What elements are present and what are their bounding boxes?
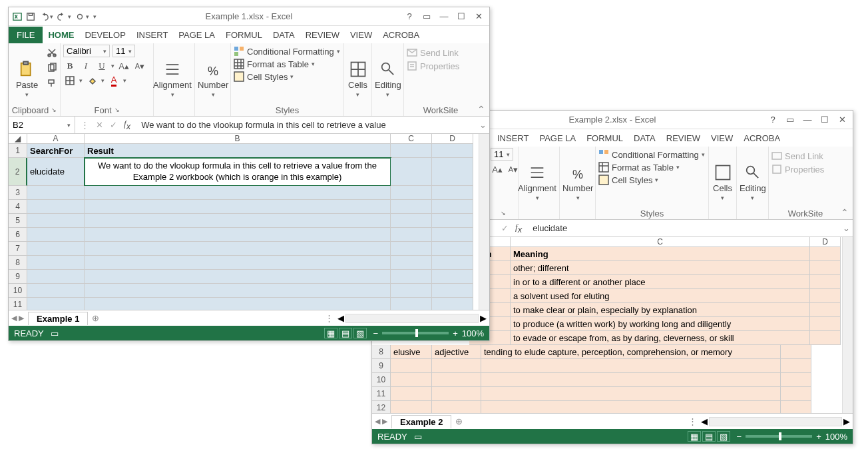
cell[interactable]: to make clear or plain, especially by ex… (511, 303, 810, 317)
zoom-in-icon[interactable]: + (453, 328, 458, 338)
cell[interactable] (27, 200, 85, 214)
cell[interactable] (781, 345, 811, 359)
cell[interactable] (432, 373, 481, 387)
cell[interactable] (27, 242, 85, 256)
cell[interactable] (85, 200, 391, 214)
vertical-scrollbar[interactable] (479, 134, 489, 310)
add-sheet-icon[interactable]: ⊕ (92, 313, 99, 323)
tab-review[interactable]: REVIEW (661, 130, 706, 147)
close-icon[interactable]: ✕ (837, 115, 847, 125)
decrease-font-icon[interactable]: A▾ (507, 163, 520, 175)
cell[interactable] (85, 186, 391, 200)
row-header[interactable]: 12 (372, 401, 391, 413)
zoom-slider[interactable] (382, 332, 449, 334)
cell[interactable] (391, 401, 432, 413)
maximize-icon[interactable]: ☐ (819, 115, 830, 125)
tab-acrobat[interactable]: ACROBA (377, 27, 425, 43)
font-size-select[interactable]: 11▾ (112, 45, 135, 57)
name-box[interactable]: B2▾ (9, 117, 75, 133)
col-header[interactable]: D (810, 237, 841, 247)
cells-button[interactable]: Cells▾ (712, 148, 734, 201)
expand-formula-icon[interactable]: ⌄ (476, 120, 489, 130)
cell[interactable] (391, 228, 432, 242)
collapse-ribbon-icon[interactable]: ⌃ (841, 207, 849, 218)
enter-icon[interactable]: ✓ (110, 120, 117, 130)
tab-insert[interactable]: INSERT (492, 130, 534, 147)
zoom-out-icon[interactable]: − (373, 328, 379, 338)
zoom-control[interactable]: − + 100% (373, 328, 484, 338)
tab-file[interactable]: FILE (9, 27, 43, 43)
copy-icon[interactable] (47, 63, 57, 75)
format-as-table-button[interactable]: Format as Table ▾ (234, 59, 340, 69)
cell[interactable] (391, 200, 432, 214)
page-layout-view-icon[interactable]: ▤ (702, 431, 716, 442)
enter-icon[interactable]: ✓ (501, 223, 509, 233)
cell[interactable] (432, 144, 473, 158)
minimize-icon[interactable]: — (439, 11, 449, 21)
cell[interactable] (391, 158, 432, 186)
cell[interactable] (781, 401, 811, 413)
macro-record-icon[interactable]: ▭ (51, 328, 59, 338)
number-button[interactable]: %Number▾ (198, 45, 228, 98)
cell[interactable] (391, 284, 432, 298)
properties-button[interactable]: Properties (407, 61, 459, 71)
add-sheet-icon[interactable]: ⊕ (455, 416, 463, 426)
cell[interactable] (481, 373, 781, 387)
sheet-tab[interactable]: Example 1 (28, 312, 88, 325)
page-layout-view-icon[interactable]: ▤ (339, 328, 352, 338)
cell[interactable] (432, 242, 473, 256)
cell[interactable] (85, 270, 391, 284)
sheet-tab[interactable]: Example 2 (391, 415, 451, 428)
cell[interactable] (85, 214, 391, 228)
zoom-in-icon[interactable]: + (816, 432, 821, 442)
cells-button[interactable]: Cells▾ (347, 45, 369, 98)
send-link-button[interactable]: Send Link (771, 151, 824, 161)
format-painter-icon[interactable] (47, 78, 57, 91)
tab-develop[interactable]: DEVELOP (79, 27, 130, 43)
vertical-scrollbar[interactable] (842, 237, 853, 413)
cell[interactable] (781, 359, 811, 373)
increase-font-icon[interactable]: A▴ (117, 60, 130, 72)
cell[interactable] (432, 401, 481, 413)
cell[interactable]: other; different (511, 261, 810, 275)
zoom-out-icon[interactable]: − (737, 432, 742, 442)
cell[interactable] (85, 228, 391, 242)
tab-acrobat[interactable]: ACROBA (738, 130, 785, 147)
cell[interactable] (432, 186, 473, 200)
cell[interactable] (391, 214, 432, 228)
tab-view[interactable]: VIEW (706, 130, 738, 147)
row-header[interactable]: 9 (9, 270, 27, 284)
cancel-icon[interactable]: ✕ (96, 120, 103, 130)
editing-button[interactable]: Editing▾ (740, 148, 766, 201)
cell[interactable] (391, 298, 432, 310)
cell[interactable] (27, 228, 85, 242)
cell[interactable]: a solvent used for eluting (511, 289, 810, 303)
row-header[interactable]: 4 (9, 200, 27, 214)
cell-styles-button[interactable]: Cell Styles ▾ (234, 71, 340, 82)
editing-button[interactable]: Editing▾ (375, 45, 401, 98)
redo-icon[interactable]: ▾ (57, 12, 71, 21)
formula-input[interactable]: elucidate (527, 223, 839, 233)
send-link-button[interactable]: Send Link (407, 47, 459, 58)
cell[interactable] (810, 331, 841, 345)
number-button[interactable]: %Number▾ (562, 148, 593, 201)
dialog-launcher-icon[interactable]: ↘ (51, 107, 57, 113)
increase-font-icon[interactable]: A▴ (491, 163, 504, 175)
row-header[interactable]: 8 (9, 256, 27, 270)
dialog-launcher-icon[interactable]: ↘ (114, 107, 120, 113)
tab-insert[interactable]: INSERT (131, 27, 173, 43)
cell[interactable] (810, 247, 841, 261)
underline-button[interactable]: U (95, 60, 108, 72)
zoom-slider[interactable] (746, 435, 812, 438)
cell[interactable] (391, 359, 432, 373)
cell[interactable]: elusive (391, 345, 432, 359)
row-header[interactable]: 9 (372, 359, 391, 373)
undo-icon[interactable]: ▾ (39, 12, 53, 21)
formula-input[interactable]: We want to do the vlookup formula in thi… (136, 120, 476, 130)
cell[interactable] (27, 256, 85, 270)
format-as-table-button[interactable]: Format as Table ▾ (598, 162, 705, 173)
cell[interactable]: in or to a different or another place (511, 275, 810, 289)
cell[interactable] (432, 387, 481, 401)
cell[interactable] (85, 298, 391, 310)
help-icon[interactable]: ? (767, 115, 778, 125)
